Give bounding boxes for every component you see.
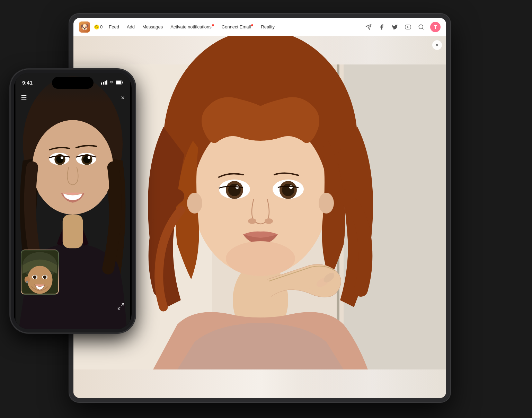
svg-point-13 xyxy=(319,193,334,214)
feed-nav-item[interactable]: Feed xyxy=(106,23,122,31)
phone-device: 9:41 xyxy=(10,69,135,333)
pip-video[interactable] xyxy=(21,250,59,295)
search-icon[interactable] xyxy=(416,21,427,33)
close-button[interactable]: × xyxy=(432,40,442,50)
svg-rect-30 xyxy=(101,82,102,85)
svg-rect-31 xyxy=(103,82,104,85)
svg-line-4 xyxy=(422,28,423,29)
svg-point-57 xyxy=(43,276,47,279)
svg-point-20 xyxy=(282,184,294,196)
phone-frame: 9:41 xyxy=(10,69,135,333)
tablet-nav: © 0 Feed Add Messages Activate notificat… xyxy=(73,18,446,36)
reality-nav-item[interactable]: Reality xyxy=(258,23,277,31)
coin-icon: © xyxy=(94,25,99,29)
signal-icon xyxy=(101,80,107,85)
svg-point-24 xyxy=(226,241,295,276)
svg-rect-36 xyxy=(116,81,121,84)
svg-line-60 xyxy=(122,304,124,306)
phone-time: 9:41 xyxy=(22,80,33,86)
pip-man-svg xyxy=(21,250,58,294)
svg-line-61 xyxy=(118,307,120,309)
expand-icon[interactable] xyxy=(117,303,125,312)
svg-point-23 xyxy=(265,218,273,224)
svg-point-12 xyxy=(187,193,202,214)
svg-marker-2 xyxy=(407,26,409,28)
svg-point-22 xyxy=(248,218,256,224)
menu-icon[interactable]: ☰ xyxy=(21,94,27,102)
wifi-icon xyxy=(109,80,114,85)
app-logo[interactable] xyxy=(79,21,90,33)
facebook-icon[interactable] xyxy=(376,21,387,33)
notification-dot: • xyxy=(212,24,214,26)
svg-point-59 xyxy=(26,281,28,283)
phone-close-icon[interactable]: × xyxy=(121,94,125,102)
svg-point-3 xyxy=(419,25,423,29)
svg-rect-33 xyxy=(106,80,107,85)
add-nav-item[interactable]: Add xyxy=(124,23,138,31)
send-icon[interactable] xyxy=(363,21,374,33)
user-avatar[interactable]: T xyxy=(430,22,441,32)
messages-nav-item[interactable]: Messages xyxy=(140,23,166,31)
activate-notifications-nav-item[interactable]: Activate notifications• xyxy=(168,23,217,31)
twitter-icon[interactable] xyxy=(389,21,400,33)
credits-value: 0 xyxy=(100,24,103,29)
phone-top-bar: ☰ × xyxy=(14,90,132,105)
svg-rect-49 xyxy=(63,215,83,248)
battery-icon xyxy=(116,80,123,85)
phone-status-icons xyxy=(101,80,123,85)
svg-point-16 xyxy=(228,184,241,196)
svg-rect-32 xyxy=(105,81,106,85)
credits-display: © 0 xyxy=(94,24,103,29)
svg-point-55 xyxy=(33,276,37,279)
svg-point-48 xyxy=(88,156,90,159)
dynamic-island xyxy=(52,77,94,89)
phone-screen: 9:41 xyxy=(14,73,132,329)
youtube-icon[interactable] xyxy=(402,21,414,33)
connect-email-nav-item[interactable]: Connect Email• xyxy=(219,23,256,31)
email-dot: • xyxy=(251,24,253,26)
